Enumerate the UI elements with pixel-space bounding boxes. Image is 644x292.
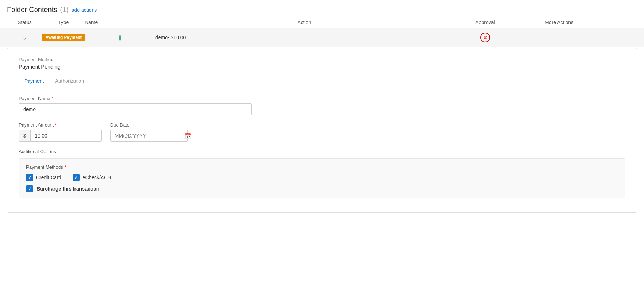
payment-name-group: Payment Name *	[19, 96, 625, 115]
credit-card-checkbox[interactable]	[26, 174, 33, 181]
amount-wrapper: $	[19, 130, 102, 142]
col-header-type: Type	[42, 19, 85, 25]
due-date-label: Due Date	[110, 122, 188, 128]
calendar-button[interactable]: 📅	[181, 130, 195, 141]
payment-name-label: Payment Name *	[19, 96, 625, 101]
item-count: (1)	[60, 6, 68, 14]
col-header-approval: Approval	[453, 19, 517, 25]
due-date-input[interactable]	[111, 130, 181, 141]
credit-card-label: Credit Card	[36, 175, 61, 180]
document-icon: ▮	[85, 34, 155, 41]
status-badge: Awaiting Payment	[42, 34, 85, 41]
payment-name-input[interactable]	[19, 103, 252, 115]
surcharge-checkbox[interactable]	[26, 185, 33, 192]
due-date-group: Due Date 📅	[110, 122, 188, 142]
currency-symbol: $	[19, 130, 31, 141]
amount-date-row: Payment Amount * $ Due Date 📅	[19, 122, 625, 149]
pm-required-marker: *	[64, 164, 66, 170]
echeck-label: eCheck/ACH	[83, 175, 111, 180]
page-header: Folder Contents (1) add actions	[0, 0, 644, 17]
payment-pending: Payment Pending	[19, 64, 625, 70]
table-header: Status Type Name Action Approval More Ac…	[0, 17, 644, 28]
table-row: ⌄ Awaiting Payment ▮ demo- $10.00	[0, 28, 644, 47]
payment-amount-group: Payment Amount * $	[19, 122, 102, 142]
col-header-action: Action	[155, 19, 453, 25]
surcharge-label: Surcharge this transaction	[37, 186, 99, 192]
table-row-container: ⌄ Awaiting Payment ▮ demo- $10.00	[0, 28, 644, 47]
detail-panel: Payment Method Payment Pending Payment A…	[7, 48, 637, 213]
add-actions-link[interactable]: add actions	[72, 7, 97, 13]
payment-methods-section: Payment Methods * Credit Card eCheck/ACH…	[19, 158, 625, 198]
tabs: Payment Authorization	[19, 75, 625, 87]
additional-options-label: Additional Options	[19, 149, 625, 154]
col-icon: ▮	[85, 34, 155, 41]
tab-authorization[interactable]: Authorization	[49, 75, 90, 87]
surcharge-row: Surcharge this transaction	[26, 185, 618, 192]
chevron-down-icon[interactable]: ⌄	[22, 34, 28, 41]
required-marker: *	[52, 96, 53, 101]
echeck-checkbox[interactable]	[73, 174, 80, 181]
payment-methods-label: Payment Methods *	[26, 164, 618, 170]
credit-card-checkbox-item[interactable]: Credit Card	[26, 174, 61, 181]
col-type: Awaiting Payment	[42, 34, 85, 41]
col-header-more-actions: More Actions	[517, 19, 580, 25]
payment-method-label: Payment Method	[19, 57, 625, 62]
tab-payment[interactable]: Payment	[19, 75, 49, 87]
item-name: demo- $10.00	[155, 35, 453, 40]
cancel-icon[interactable]	[480, 33, 490, 42]
payment-amount-label: Payment Amount *	[19, 122, 102, 128]
amount-required-marker: *	[55, 122, 57, 128]
payment-method-checkboxes: Credit Card eCheck/ACH	[26, 174, 618, 181]
amount-input[interactable]	[31, 130, 101, 141]
col-status: ⌄	[7, 34, 42, 41]
calendar-icon: 📅	[185, 133, 192, 139]
col-header-status: Status	[7, 19, 42, 25]
page-title: Folder Contents	[7, 6, 57, 14]
echeck-checkbox-item[interactable]: eCheck/ACH	[73, 174, 111, 181]
col-header-name: Name	[85, 19, 155, 25]
date-wrapper: 📅	[110, 130, 188, 142]
action-col	[453, 33, 517, 42]
